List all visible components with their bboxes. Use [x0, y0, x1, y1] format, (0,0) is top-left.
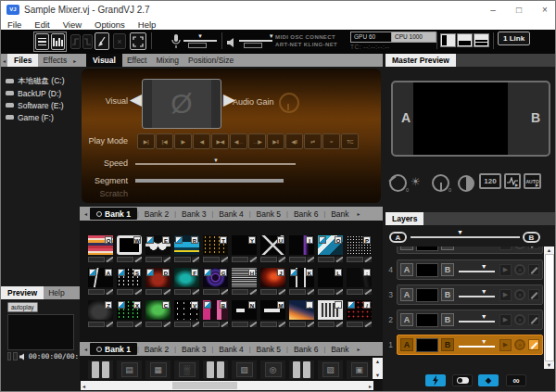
effect-cell[interactable]: ░	[174, 360, 199, 379]
play-mode-button[interactable]: ◀…	[230, 133, 247, 149]
layer-eject-button[interactable]: ×	[514, 314, 525, 325]
layer-edit-button[interactable]	[528, 289, 539, 300]
clip-cell[interactable]: S	[117, 268, 142, 295]
play-mode-button[interactable]: TC	[341, 133, 359, 149]
flash-mode-button[interactable]	[425, 374, 446, 386]
play-mode-button[interactable]: ▶]	[137, 133, 155, 149]
layer-b-button[interactable]: B	[441, 288, 454, 301]
bank-tab[interactable]: Bank 6	[288, 345, 323, 354]
fullscreen-button[interactable]	[130, 32, 146, 50]
scroll-down-icon[interactable]: ▼	[375, 373, 380, 378]
layer-opacity-slider[interactable]: ▼	[457, 338, 497, 351]
layer-row[interactable]: AB▼▶×	[397, 247, 543, 254]
bank-scroll-right-icon[interactable]: ▸	[355, 346, 363, 352]
clip-cell[interactable]: /	[347, 300, 372, 327]
segment-bar[interactable]	[135, 179, 284, 183]
layer-eject-button[interactable]: ×	[514, 264, 525, 275]
tab-mixing[interactable]: Mixing	[151, 56, 183, 65]
clip-cell[interactable]: Q	[88, 235, 113, 262]
clip-cell[interactable]: .	[318, 300, 343, 327]
effect-horizontal-scrollbar[interactable]: ◂ ▸	[81, 381, 373, 390]
layer-row[interactable]: AB▼▶×	[397, 310, 543, 330]
clip-cell[interactable]: O	[318, 235, 343, 262]
layer-play-button[interactable]: ▶	[499, 289, 512, 301]
crossfader[interactable]	[411, 236, 520, 238]
loop-mode-button[interactable]: ∞	[506, 374, 526, 386]
layer-play-button[interactable]: ▶	[499, 339, 512, 351]
clip-cell[interactable]: P	[347, 235, 372, 262]
effect-cell[interactable]	[88, 360, 113, 379]
layer-row[interactable]: AB▼▶×	[397, 335, 543, 355]
preview-stop-button[interactable]	[13, 352, 17, 360]
layer-eject-button[interactable]: ×	[514, 247, 525, 249]
bank-tab-active[interactable]: Bank 1	[90, 208, 137, 220]
bank-tab[interactable]: Bank 3	[176, 345, 211, 354]
autoplay-button[interactable]: autoplay	[7, 302, 38, 312]
output-layout-2-button[interactable]	[457, 33, 473, 47]
audio-output-slider[interactable]: ▼	[239, 35, 272, 46]
effect-cell[interactable]	[203, 360, 228, 379]
minimize-button[interactable]: –	[485, 4, 501, 17]
bank-tab[interactable]: Bank	[325, 209, 354, 219]
beat-mode-button[interactable]: ◆	[478, 374, 499, 386]
play-mode-button[interactable]: ◀	[193, 133, 210, 149]
scroll-up-icon[interactable]: ▲	[547, 247, 551, 253]
tab-master-preview[interactable]: Master Preview	[385, 54, 456, 67]
clip-cell[interactable]: M	[260, 300, 285, 327]
layer-b-button[interactable]: B	[441, 313, 454, 326]
layer-edit-button[interactable]	[528, 314, 539, 325]
quantize-out-button[interactable]	[82, 34, 93, 49]
play-mode-button[interactable]: ▶II	[267, 133, 284, 149]
drive-item[interactable]: Game (F:)	[6, 111, 65, 123]
play-mode-button[interactable]: ▶◀	[211, 133, 229, 149]
scroll-right-icon[interactable]: ▸	[369, 383, 372, 389]
clip-cell[interactable]: A	[88, 268, 113, 295]
drive-item[interactable]: Software (E:)	[6, 99, 65, 111]
layer-opacity-slider[interactable]: ▼	[457, 247, 497, 250]
clip-cell[interactable]: J	[260, 268, 285, 295]
previous-visual-icon[interactable]: ◀	[130, 90, 142, 109]
clip-cell[interactable]: Z	[88, 300, 113, 327]
play-mode-button[interactable]: ≈	[322, 133, 340, 149]
quantize-in-button[interactable]	[70, 34, 81, 49]
play-mode-button[interactable]: ◀II	[285, 133, 303, 149]
bank-tab[interactable]: Bank 2	[139, 345, 174, 354]
output-layout-3-button[interactable]	[474, 33, 489, 47]
play-mode-button[interactable]: ▶	[174, 133, 192, 149]
layer-eject-button[interactable]: ×	[514, 289, 525, 300]
layer-play-button[interactable]: ▶	[499, 247, 512, 250]
clip-cell[interactable]: ,	[289, 300, 314, 327]
clip-cell[interactable]: U	[260, 235, 285, 262]
play-mode-button[interactable]: ⇄	[304, 133, 322, 149]
audio-input-slider[interactable]: ▼	[183, 35, 217, 46]
clip-cell[interactable]: W	[117, 235, 142, 262]
clip-cell[interactable]: G	[203, 268, 228, 295]
effect-cell[interactable]: ◎	[260, 360, 285, 379]
clip-cell[interactable]: V	[174, 300, 199, 327]
clear-button[interactable]	[95, 32, 109, 50]
effect-cell[interactable]: ▧	[318, 360, 343, 379]
audio-gain-knob[interactable]	[279, 93, 299, 113]
bank-scroll-left-icon[interactable]: ◂	[82, 346, 90, 352]
crossfade-a-button[interactable]: A	[389, 232, 407, 243]
menu-view[interactable]: View	[57, 19, 88, 30]
drive-item[interactable]: BackUP (D:)	[6, 87, 65, 99]
master-level-knob[interactable]: 0	[389, 174, 407, 192]
clip-cell[interactable]: C	[145, 300, 171, 327]
layer-eject-button[interactable]: ×	[514, 339, 525, 350]
bank-tab[interactable]: Bank 5	[251, 209, 286, 219]
toggle-mode-button[interactable]	[452, 374, 473, 386]
tab-visual[interactable]: Visual	[86, 54, 122, 67]
clip-cell[interactable]: E	[145, 235, 171, 262]
brightness-icon[interactable]: ☀	[411, 175, 421, 188]
layer-a-button[interactable]: A	[400, 313, 413, 326]
layer-opacity-slider[interactable]: ▼	[457, 288, 497, 301]
layer-a-button[interactable]: A	[400, 288, 413, 301]
layer-a-button[interactable]: A	[400, 338, 413, 351]
clip-cell[interactable]: T	[203, 235, 228, 262]
layer-row[interactable]: AB▼▶×	[397, 259, 543, 280]
clip-cell[interactable]: X	[117, 300, 142, 327]
layer-row[interactable]: AB▼▶×	[397, 285, 543, 305]
master-speed-knob[interactable]: 0	[432, 174, 449, 192]
current-visual-thumbnail[interactable]: Ø	[142, 79, 221, 129]
